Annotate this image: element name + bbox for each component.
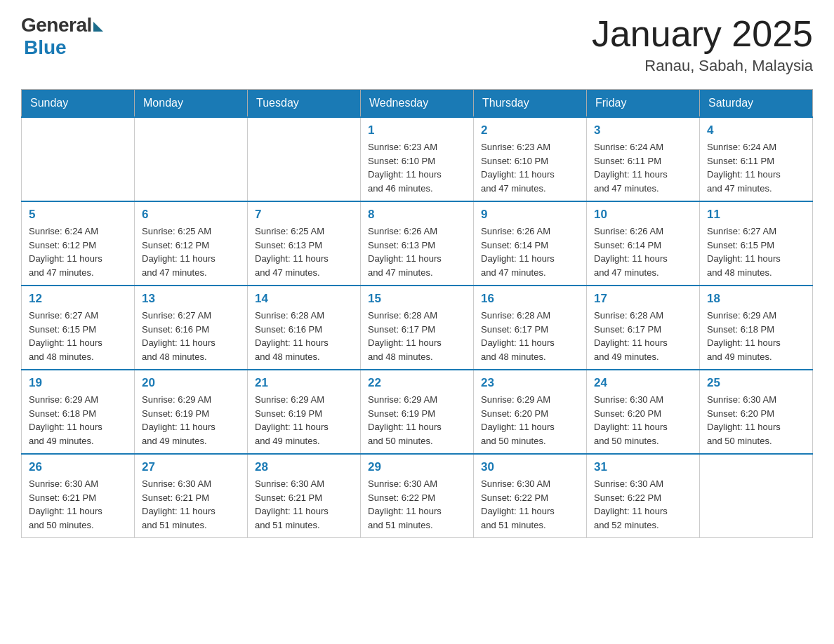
day-info: Sunrise: 6:24 AM Sunset: 6:11 PM Dayligh…	[594, 140, 692, 195]
calendar-cell: 1Sunrise: 6:23 AM Sunset: 6:10 PM Daylig…	[361, 117, 474, 201]
week-row-3: 12Sunrise: 6:27 AM Sunset: 6:15 PM Dayli…	[22, 286, 813, 370]
calendar-cell: 24Sunrise: 6:30 AM Sunset: 6:20 PM Dayli…	[587, 370, 700, 454]
logo: General Blue	[21, 14, 103, 59]
day-info: Sunrise: 6:30 AM Sunset: 6:21 PM Dayligh…	[29, 477, 127, 532]
day-number: 2	[481, 123, 579, 137]
weekday-header-saturday: Saturday	[700, 90, 813, 118]
calendar-cell: 11Sunrise: 6:27 AM Sunset: 6:15 PM Dayli…	[700, 201, 813, 286]
day-number: 29	[368, 460, 466, 474]
day-info: Sunrise: 6:30 AM Sunset: 6:20 PM Dayligh…	[707, 393, 805, 448]
calendar-cell: 16Sunrise: 6:28 AM Sunset: 6:17 PM Dayli…	[474, 286, 587, 370]
day-info: Sunrise: 6:24 AM Sunset: 6:11 PM Dayligh…	[707, 140, 805, 195]
day-number: 8	[368, 208, 466, 222]
day-info: Sunrise: 6:30 AM Sunset: 6:22 PM Dayligh…	[368, 477, 466, 532]
calendar-cell: 26Sunrise: 6:30 AM Sunset: 6:21 PM Dayli…	[22, 454, 135, 538]
calendar-cell: 23Sunrise: 6:29 AM Sunset: 6:20 PM Dayli…	[474, 370, 587, 454]
calendar-table: SundayMondayTuesdayWednesdayThursdayFrid…	[21, 89, 813, 538]
week-row-2: 5Sunrise: 6:24 AM Sunset: 6:12 PM Daylig…	[22, 201, 813, 286]
day-number: 7	[255, 208, 353, 222]
day-number: 14	[255, 292, 353, 306]
calendar-cell: 12Sunrise: 6:27 AM Sunset: 6:15 PM Dayli…	[22, 286, 135, 370]
calendar-cell: 10Sunrise: 6:26 AM Sunset: 6:14 PM Dayli…	[587, 201, 700, 286]
calendar-cell: 8Sunrise: 6:26 AM Sunset: 6:13 PM Daylig…	[361, 201, 474, 286]
day-info: Sunrise: 6:23 AM Sunset: 6:10 PM Dayligh…	[481, 140, 579, 195]
weekday-header-row: SundayMondayTuesdayWednesdayThursdayFrid…	[22, 90, 813, 118]
calendar-cell: 28Sunrise: 6:30 AM Sunset: 6:21 PM Dayli…	[248, 454, 361, 538]
day-number: 11	[707, 208, 805, 222]
day-number: 9	[481, 208, 579, 222]
day-info: Sunrise: 6:28 AM Sunset: 6:16 PM Dayligh…	[255, 309, 353, 363]
day-number: 23	[481, 376, 579, 390]
logo-general-text: General	[21, 14, 92, 36]
page-header: General Blue January 2025 Ranau, Sabah, …	[21, 14, 813, 75]
calendar-cell: 2Sunrise: 6:23 AM Sunset: 6:10 PM Daylig…	[474, 117, 587, 201]
day-number: 6	[142, 208, 240, 222]
day-info: Sunrise: 6:26 AM Sunset: 6:14 PM Dayligh…	[594, 224, 692, 279]
logo-blue-text: Blue	[24, 36, 67, 59]
calendar-cell: 6Sunrise: 6:25 AM Sunset: 6:12 PM Daylig…	[135, 201, 248, 286]
day-number: 22	[368, 376, 466, 390]
calendar-title: January 2025	[592, 14, 813, 54]
day-info: Sunrise: 6:30 AM Sunset: 6:21 PM Dayligh…	[255, 477, 353, 532]
weekday-header-monday: Monday	[135, 90, 248, 118]
day-number: 12	[29, 292, 127, 306]
day-number: 21	[255, 376, 353, 390]
calendar-cell: 19Sunrise: 6:29 AM Sunset: 6:18 PM Dayli…	[22, 370, 135, 454]
calendar-cell: 30Sunrise: 6:30 AM Sunset: 6:22 PM Dayli…	[474, 454, 587, 538]
day-number: 28	[255, 460, 353, 474]
day-info: Sunrise: 6:27 AM Sunset: 6:16 PM Dayligh…	[142, 309, 240, 363]
week-row-4: 19Sunrise: 6:29 AM Sunset: 6:18 PM Dayli…	[22, 370, 813, 454]
calendar-cell	[700, 454, 813, 538]
day-number: 26	[29, 460, 127, 474]
day-info: Sunrise: 6:27 AM Sunset: 6:15 PM Dayligh…	[707, 224, 805, 279]
day-info: Sunrise: 6:26 AM Sunset: 6:14 PM Dayligh…	[481, 224, 579, 279]
calendar-cell	[135, 117, 248, 201]
day-info: Sunrise: 6:25 AM Sunset: 6:12 PM Dayligh…	[142, 224, 240, 279]
day-number: 20	[142, 376, 240, 390]
calendar-cell: 5Sunrise: 6:24 AM Sunset: 6:12 PM Daylig…	[22, 201, 135, 286]
weekday-header-tuesday: Tuesday	[248, 90, 361, 118]
day-number: 30	[481, 460, 579, 474]
calendar-cell	[248, 117, 361, 201]
day-info: Sunrise: 6:23 AM Sunset: 6:10 PM Dayligh…	[368, 140, 466, 195]
calendar-cell: 14Sunrise: 6:28 AM Sunset: 6:16 PM Dayli…	[248, 286, 361, 370]
day-number: 25	[707, 376, 805, 390]
week-row-1: 1Sunrise: 6:23 AM Sunset: 6:10 PM Daylig…	[22, 117, 813, 201]
calendar-cell	[22, 117, 135, 201]
day-number: 15	[368, 292, 466, 306]
calendar-cell: 15Sunrise: 6:28 AM Sunset: 6:17 PM Dayli…	[361, 286, 474, 370]
calendar-cell: 22Sunrise: 6:29 AM Sunset: 6:19 PM Dayli…	[361, 370, 474, 454]
calendar-cell: 3Sunrise: 6:24 AM Sunset: 6:11 PM Daylig…	[587, 117, 700, 201]
day-number: 13	[142, 292, 240, 306]
day-info: Sunrise: 6:25 AM Sunset: 6:13 PM Dayligh…	[255, 224, 353, 279]
day-number: 10	[594, 208, 692, 222]
calendar-cell: 18Sunrise: 6:29 AM Sunset: 6:18 PM Dayli…	[700, 286, 813, 370]
day-info: Sunrise: 6:27 AM Sunset: 6:15 PM Dayligh…	[29, 309, 127, 363]
calendar-cell: 20Sunrise: 6:29 AM Sunset: 6:19 PM Dayli…	[135, 370, 248, 454]
calendar-cell: 21Sunrise: 6:29 AM Sunset: 6:19 PM Dayli…	[248, 370, 361, 454]
day-number: 18	[707, 292, 805, 306]
day-info: Sunrise: 6:24 AM Sunset: 6:12 PM Dayligh…	[29, 224, 127, 279]
day-info: Sunrise: 6:29 AM Sunset: 6:19 PM Dayligh…	[368, 393, 466, 448]
calendar-cell: 31Sunrise: 6:30 AM Sunset: 6:22 PM Dayli…	[587, 454, 700, 538]
day-number: 27	[142, 460, 240, 474]
day-info: Sunrise: 6:28 AM Sunset: 6:17 PM Dayligh…	[481, 309, 579, 363]
weekday-header-sunday: Sunday	[22, 90, 135, 118]
day-info: Sunrise: 6:29 AM Sunset: 6:19 PM Dayligh…	[142, 393, 240, 448]
day-info: Sunrise: 6:26 AM Sunset: 6:13 PM Dayligh…	[368, 224, 466, 279]
day-number: 24	[594, 376, 692, 390]
day-info: Sunrise: 6:28 AM Sunset: 6:17 PM Dayligh…	[594, 309, 692, 363]
day-number: 17	[594, 292, 692, 306]
day-number: 3	[594, 123, 692, 137]
day-info: Sunrise: 6:30 AM Sunset: 6:21 PM Dayligh…	[142, 477, 240, 532]
day-info: Sunrise: 6:29 AM Sunset: 6:18 PM Dayligh…	[707, 309, 805, 363]
logo-arrow-icon	[93, 22, 103, 32]
calendar-cell: 4Sunrise: 6:24 AM Sunset: 6:11 PM Daylig…	[700, 117, 813, 201]
calendar-cell: 29Sunrise: 6:30 AM Sunset: 6:22 PM Dayli…	[361, 454, 474, 538]
day-info: Sunrise: 6:29 AM Sunset: 6:19 PM Dayligh…	[255, 393, 353, 448]
calendar-cell: 17Sunrise: 6:28 AM Sunset: 6:17 PM Dayli…	[587, 286, 700, 370]
day-number: 16	[481, 292, 579, 306]
calendar-location: Ranau, Sabah, Malaysia	[592, 57, 813, 75]
day-number: 5	[29, 208, 127, 222]
calendar-cell: 7Sunrise: 6:25 AM Sunset: 6:13 PM Daylig…	[248, 201, 361, 286]
